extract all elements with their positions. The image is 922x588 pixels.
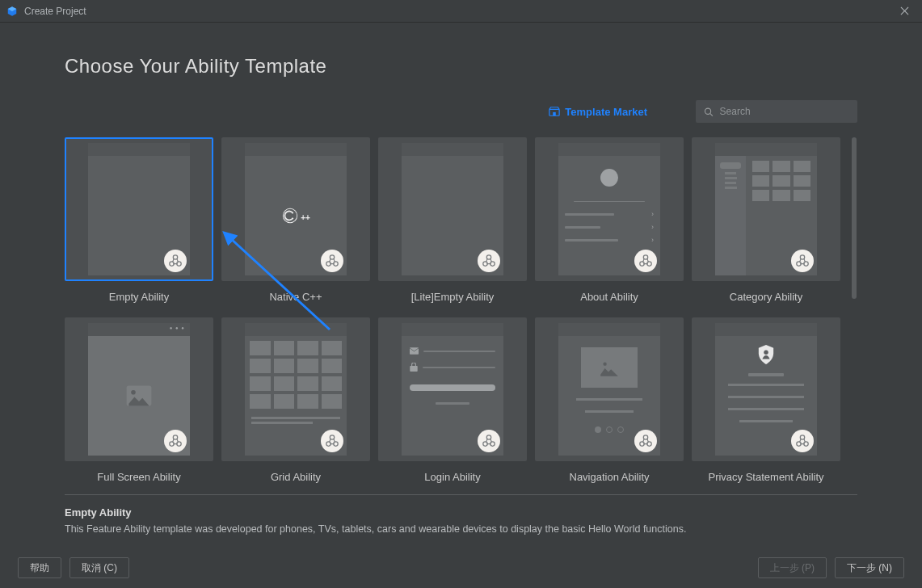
harmony-badge-icon (164, 430, 187, 452)
cpp-icon (281, 207, 299, 225)
close-button[interactable] (893, 0, 916, 23)
template-label: Login Ability (424, 471, 480, 483)
template-label: [Lite]Empty Ability (411, 291, 495, 303)
template-card-category[interactable]: Category Ability (692, 137, 840, 303)
template-grid: Empty Ability ++ Native C++ (65, 137, 841, 483)
svg-point-21 (131, 390, 136, 395)
svg-rect-1 (554, 112, 557, 116)
harmony-badge-icon (164, 250, 187, 272)
template-label: Grid Ability (271, 471, 321, 483)
svg-rect-29 (410, 366, 417, 372)
harmony-badge-icon (321, 430, 343, 452)
template-label: Full Screen Ability (97, 471, 180, 483)
harmony-badge-icon (791, 430, 814, 452)
svg-point-33 (603, 363, 606, 366)
window-title: Create Project (24, 6, 86, 17)
scrollbar-thumb[interactable] (852, 137, 857, 299)
mail-icon (410, 347, 419, 355)
image-icon (599, 359, 620, 376)
grid-scrollbar[interactable] (851, 137, 857, 483)
search-icon (704, 107, 714, 117)
harmony-badge-icon (478, 250, 500, 272)
help-button[interactable]: 帮助 (18, 557, 61, 578)
harmony-badge-icon (634, 250, 657, 272)
search-input[interactable] (720, 106, 849, 117)
template-label: Native C++ (269, 291, 322, 303)
description-panel: Empty Ability This Feature Ability templ… (65, 506, 857, 535)
cancel-button[interactable]: 取消 (C) (69, 557, 129, 578)
template-card-about[interactable]: › › › About Ability (535, 137, 684, 303)
shield-icon (757, 344, 775, 365)
titlebar: Create Project (0, 0, 922, 23)
app-logo-icon (6, 6, 18, 17)
lock-icon (410, 363, 418, 372)
divider (65, 494, 857, 495)
template-label: Category Ability (730, 291, 802, 303)
template-label: About Ability (580, 291, 638, 303)
template-card-grid[interactable]: Grid Ability (221, 317, 370, 483)
description-title: Empty Ability (65, 506, 857, 519)
market-icon (549, 106, 560, 117)
harmony-badge-icon (791, 250, 814, 272)
template-label: Empty Ability (109, 291, 169, 303)
harmony-badge-icon (478, 430, 500, 452)
prev-button: 上一步 (P) (758, 557, 827, 578)
next-button[interactable]: 下一步 (N) (835, 557, 904, 578)
template-card-navigation[interactable]: Navigation Ability (535, 317, 684, 483)
svg-point-2 (705, 108, 710, 114)
template-market-link[interactable]: Template Market (549, 106, 647, 118)
search-box[interactable] (696, 100, 857, 123)
template-card-fullscreen[interactable]: Full Screen Ability (65, 317, 213, 483)
footer: 帮助 取消 (C) 上一步 (P) 下一步 (N) (0, 548, 922, 588)
harmony-badge-icon (634, 430, 657, 452)
template-card-native-cpp[interactable]: ++ Native C++ (221, 137, 370, 303)
template-card-empty-ability[interactable]: Empty Ability (65, 137, 213, 303)
template-card-login[interactable]: Login Ability (378, 317, 527, 483)
template-card-lite-empty[interactable]: [Lite]Empty Ability (378, 137, 527, 303)
template-label: Privacy Statement Ability (708, 471, 823, 483)
template-label: Navigation Ability (570, 471, 650, 483)
harmony-badge-icon (321, 250, 343, 272)
template-card-privacy[interactable]: Privacy Statement Ability (692, 317, 840, 483)
image-icon (125, 384, 153, 407)
page-title: Choose Your Ability Template (65, 55, 857, 78)
description-text: This Feature Ability template was develo… (65, 523, 857, 535)
svg-point-37 (764, 351, 768, 355)
